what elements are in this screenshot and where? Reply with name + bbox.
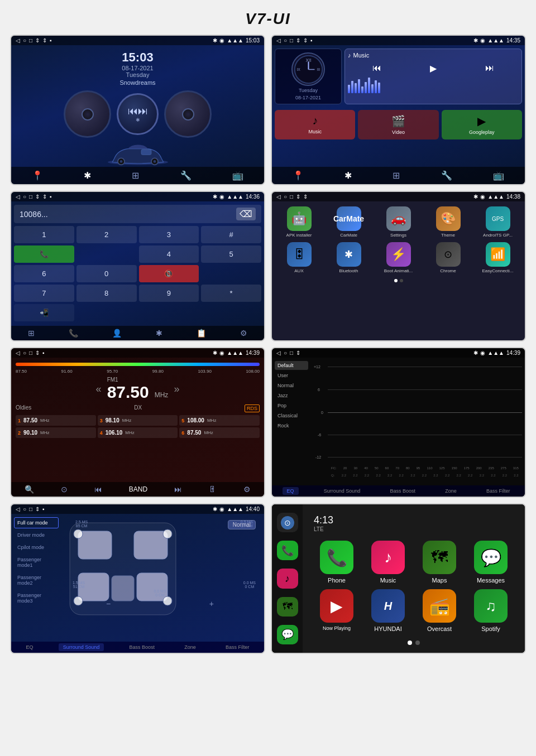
nav-bt-icon[interactable]: ✱ bbox=[84, 170, 91, 181]
search-button[interactable]: 🔍 bbox=[25, 485, 34, 494]
nav-apps-2[interactable]: ⊞ bbox=[393, 170, 400, 181]
tab-zone[interactable]: Zone bbox=[441, 487, 461, 495]
tab-bass-boost[interactable]: Bass Boost bbox=[386, 487, 420, 495]
preset-1[interactable]: 1 87.50 MHz bbox=[16, 415, 96, 426]
bluetooth-app[interactable]: ✱ Bluetooth bbox=[326, 242, 371, 273]
aux-app[interactable]: 🎛 AUX bbox=[276, 242, 322, 273]
hangup-button[interactable]: 📵 bbox=[139, 265, 199, 282]
play-disc[interactable]: ⏮⏭ ✱ bbox=[117, 93, 159, 135]
tab-surround[interactable]: Surround Sound bbox=[319, 487, 365, 495]
bootanim-app[interactable]: ⚡ Boot Animati... bbox=[376, 242, 421, 273]
key-3[interactable]: 3 bbox=[139, 226, 199, 243]
minus-button[interactable]: − bbox=[106, 599, 111, 608]
dialer-bt-icon[interactable]: ✱ bbox=[156, 329, 162, 338]
apk-installer-app[interactable]: 🤖 APK installer bbox=[276, 206, 322, 238]
preset-rock[interactable]: Rock bbox=[275, 421, 308, 430]
key-7[interactable]: 7 bbox=[14, 285, 74, 302]
key-4[interactable]: 4 bbox=[139, 245, 199, 263]
key-5[interactable]: 5 bbox=[201, 245, 261, 263]
scan-button[interactable]: ⊙ bbox=[61, 485, 68, 494]
tab-eq[interactable]: EQ bbox=[283, 487, 299, 495]
carplay-sidebar-phone[interactable]: 📞 bbox=[277, 541, 298, 560]
music-app[interactable]: ♪ Music bbox=[275, 110, 355, 139]
preset-3[interactable]: 3 98.10 MHz bbox=[98, 415, 178, 426]
nav-bt-2[interactable]: ✱ bbox=[344, 170, 352, 181]
carplay-hyundai-app[interactable]: H HYUNDAI bbox=[365, 589, 411, 632]
delete-button[interactable]: ⌫ bbox=[236, 208, 256, 220]
key-8[interactable]: 8 bbox=[76, 285, 137, 302]
tab-bass-filter[interactable]: Bass Filter bbox=[482, 487, 515, 495]
carplay-phone-app[interactable]: 📞 Phone bbox=[314, 541, 360, 584]
nav-map-2[interactable]: 📍 bbox=[293, 170, 304, 181]
passenger-mode1[interactable]: Passenger mode1 bbox=[14, 554, 59, 571]
carplay-music-app[interactable]: ♪ Music bbox=[365, 541, 411, 584]
preset-jazz[interactable]: Jazz bbox=[275, 391, 308, 400]
preset-6[interactable]: 6 87.50 MHz bbox=[179, 427, 260, 438]
carplay-overcast-app[interactable]: 📻 Overcast bbox=[417, 589, 462, 632]
key-1[interactable]: 1 bbox=[14, 226, 74, 243]
carmate-app[interactable]: CarMate CarMate bbox=[326, 206, 371, 238]
next-station-button[interactable]: ⏭ bbox=[174, 485, 182, 494]
key-hash[interactable]: # bbox=[201, 226, 261, 243]
chrome-app[interactable]: ⊙ Chrome bbox=[425, 242, 471, 273]
carplay-sidebar-maps[interactable]: 🗺 bbox=[277, 597, 298, 617]
passenger-mode2[interactable]: Passenger mode2 bbox=[14, 572, 59, 589]
key-0[interactable]: 0 bbox=[76, 265, 137, 282]
preset-2[interactable]: 2 90.10 MHz bbox=[16, 427, 96, 438]
eq-button[interactable]: 🎚 bbox=[209, 485, 217, 494]
call-button[interactable]: 📞 bbox=[14, 245, 74, 263]
preset-5[interactable]: 5 108.00 MHz bbox=[179, 415, 260, 426]
nav-media-2[interactable]: 📺 bbox=[493, 170, 504, 181]
preset-user[interactable]: User bbox=[275, 371, 308, 380]
surround-tab-filter[interactable]: Bass Filter bbox=[221, 643, 254, 651]
next-button[interactable]: ⏭ bbox=[485, 63, 494, 74]
carplay-nowplaying-app[interactable]: ▶ Now Playing bbox=[314, 589, 360, 632]
key-star[interactable]: * bbox=[201, 285, 261, 302]
carplay-messages-app[interactable]: 💬 Messages bbox=[468, 541, 514, 584]
surround-tab-surround[interactable]: Surround Sound bbox=[59, 643, 104, 651]
easyconnect-app[interactable]: 📶 EasyConnecti... bbox=[475, 242, 520, 273]
video-app[interactable]: 🎬 Video bbox=[358, 110, 438, 139]
key-2[interactable]: 2 bbox=[76, 226, 137, 243]
key-6[interactable]: 6 bbox=[14, 265, 74, 282]
preset-normal[interactable]: Normal bbox=[275, 381, 308, 390]
full-car-mode[interactable]: Full car mode bbox=[14, 517, 59, 528]
prev-button[interactable]: ⏮ bbox=[372, 63, 381, 74]
surround-tab-bass[interactable]: Bass Boost bbox=[125, 643, 160, 651]
androids-app[interactable]: GPS AndroiTS GP... bbox=[475, 206, 520, 238]
carplay-spotify-app[interactable]: ♫ Spotify bbox=[468, 589, 514, 632]
cpilot-mode[interactable]: Cpilot mode bbox=[14, 542, 59, 553]
dialer-calls-icon[interactable]: 📞 bbox=[69, 329, 78, 338]
surround-tab-eq[interactable]: EQ bbox=[22, 643, 38, 651]
dialer-msg-icon[interactable]: 📋 bbox=[197, 329, 206, 338]
carplay-sidebar-music[interactable]: ♪ bbox=[277, 569, 298, 588]
play-app[interactable]: ▶ Googleplay bbox=[442, 110, 522, 139]
preset-classical[interactable]: Classical bbox=[275, 411, 308, 420]
settings-app[interactable]: 🚗 Settings bbox=[376, 206, 421, 238]
carplay-sidebar-icon-1[interactable]: ⊙ bbox=[277, 513, 298, 532]
play-button-2[interactable]: ▶ bbox=[430, 63, 437, 74]
dialer-contacts-icon[interactable]: 👤 bbox=[112, 329, 122, 338]
nav-settings-icon[interactable]: 🔧 bbox=[180, 170, 192, 181]
surround-tab-zone[interactable]: Zone bbox=[180, 643, 200, 651]
preset-4[interactable]: 4 106.10 MHz bbox=[98, 427, 178, 438]
nav-apps-icon[interactable]: ⊞ bbox=[132, 170, 139, 181]
dialer-keypad-icon[interactable]: ⊞ bbox=[28, 329, 35, 338]
band-button[interactable]: BAND bbox=[129, 485, 147, 493]
nav-settings-2[interactable]: 🔧 bbox=[441, 170, 452, 181]
carplay-maps-app[interactable]: 🗺 Maps bbox=[417, 541, 462, 584]
radio-settings-button[interactable]: ⚙ bbox=[243, 485, 251, 494]
key-special[interactable]: 📲 bbox=[14, 304, 74, 321]
theme-app[interactable]: 🎨 Theme bbox=[425, 206, 471, 238]
seek-left-button[interactable]: « bbox=[96, 383, 102, 395]
normal-mode-dropdown[interactable]: Normal bbox=[228, 520, 256, 529]
driver-mode[interactable]: Driver mode bbox=[14, 529, 59, 541]
play-button[interactable]: ⏮⏭ bbox=[128, 105, 148, 117]
music-controls[interactable]: ⏮ ▶ ⏭ bbox=[348, 63, 519, 74]
nav-map-icon[interactable]: 📍 bbox=[32, 170, 43, 181]
seek-right-button[interactable]: » bbox=[174, 383, 179, 395]
passenger-mode3[interactable]: Passenger mode3 bbox=[14, 590, 59, 606]
prev-station-button[interactable]: ⏮ bbox=[94, 485, 102, 494]
dialer-settings-icon[interactable]: ⚙ bbox=[240, 329, 247, 338]
carplay-sidebar-messages[interactable]: 💬 bbox=[277, 625, 298, 644]
